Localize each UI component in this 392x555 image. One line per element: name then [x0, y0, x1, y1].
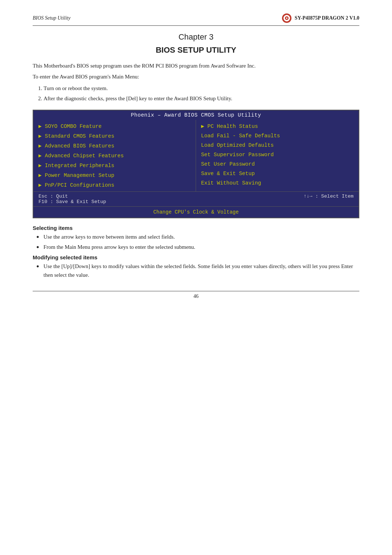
- bios-item-supervisor-password[interactable]: Set Supervisor Password: [201, 150, 354, 159]
- bios-right-col: ▶ PC Health Status Load Fail - Safe Defa…: [196, 120, 359, 191]
- bios-item-pc-health[interactable]: ▶ PC Health Status: [201, 121, 354, 131]
- intro-para2: To enter the Award BIOS program's Main M…: [33, 72, 359, 81]
- bios-menu-box: Phoenix – Award BIOS CMOS Setup Utility …: [33, 110, 359, 218]
- selecting-bullet-2: From the Main Menu press arrow keys to e…: [33, 243, 359, 251]
- intro-para1: This Motherboard's BIOS setup program us…: [33, 61, 359, 70]
- intro-steps: Turn on or reboot the system. After the …: [44, 84, 359, 103]
- page-header: BIOS Setup Utility SY-P4I875P DRAGON 2 V…: [33, 13, 359, 26]
- page-number: 46: [193, 293, 199, 299]
- header-right-text: SY-P4I875P DRAGON 2 V1.0: [295, 15, 359, 21]
- modifying-heading: Modifying selected items: [33, 254, 359, 260]
- bios-item-save-exit[interactable]: Save & Exit Setup: [201, 169, 354, 178]
- page-footer: 46: [33, 291, 359, 299]
- chapter-title: Chapter 3: [33, 32, 359, 42]
- bios-item-advanced-bios[interactable]: ▶ Advanced BIOS Features: [38, 141, 191, 151]
- bios-item-load-fail[interactable]: Load Fail - Safe Defaults: [201, 131, 354, 141]
- selecting-bullets: Use the arrow keys to move between items…: [33, 232, 359, 251]
- modifying-bullet-1: Use the [Up]/[Down] keys to modify value…: [33, 262, 359, 279]
- intro-step-1: Turn on or reboot the system.: [44, 84, 359, 93]
- modifying-bullets: Use the [Up]/[Down] keys to modify value…: [33, 262, 359, 279]
- bios-footer-right: ↑↓→ : Select Item: [303, 194, 354, 204]
- bios-item-exit-nosave[interactable]: Exit Without Saving: [201, 178, 354, 188]
- soyo-logo: [282, 13, 292, 23]
- bios-item-soyo[interactable]: ▶ SOYO COMBO Feature: [38, 121, 191, 131]
- selecting-bullet-1: Use the arrow keys to move between items…: [33, 232, 359, 241]
- selecting-heading: Selecting items: [33, 225, 359, 231]
- bios-esc-quit: Esc : Quit: [38, 194, 106, 199]
- section-title: BIOS SETUP UTILITY: [33, 45, 359, 55]
- bios-item-power[interactable]: ▶ Power Management Setup: [38, 170, 191, 180]
- bios-item-pnp[interactable]: ▶ PnP/PCI Configurations: [38, 180, 191, 190]
- bios-footer-left: Esc : Quit F10 : Save & Exit Setup: [38, 194, 106, 204]
- bios-item-standard[interactable]: ▶ Standard CMOS Features: [38, 131, 191, 141]
- intro-step-2: After the diagnostic checks, press the […: [44, 94, 359, 104]
- svg-point-3: [286, 17, 287, 19]
- bios-left-col: ▶ SOYO COMBO Feature ▶ Standard CMOS Fea…: [33, 120, 196, 191]
- bios-item-load-optimized[interactable]: Load Optimized Defaults: [201, 141, 354, 150]
- header-right: SY-P4I875P DRAGON 2 V1.0: [282, 13, 359, 23]
- bios-item-integrated[interactable]: ▶ Integrated Peripherals: [38, 161, 191, 170]
- bios-menu-grid: ▶ SOYO COMBO Feature ▶ Standard CMOS Fea…: [33, 120, 359, 191]
- bios-bottom-bar: Change CPU's Clock & Voltage: [33, 206, 359, 218]
- bios-item-user-password[interactable]: Set User Password: [201, 159, 354, 169]
- bios-item-advanced-chipset[interactable]: ▶ Advanced Chipset Features: [38, 151, 191, 161]
- header-left-text: BIOS Setup Utility: [33, 15, 70, 21]
- bios-footer: Esc : Quit F10 : Save & Exit Setup ↑↓→ :…: [33, 191, 359, 206]
- bios-f10-save: F10 : Save & Exit Setup: [38, 199, 106, 204]
- bios-box-title: Phoenix – Award BIOS CMOS Setup Utility: [33, 110, 359, 120]
